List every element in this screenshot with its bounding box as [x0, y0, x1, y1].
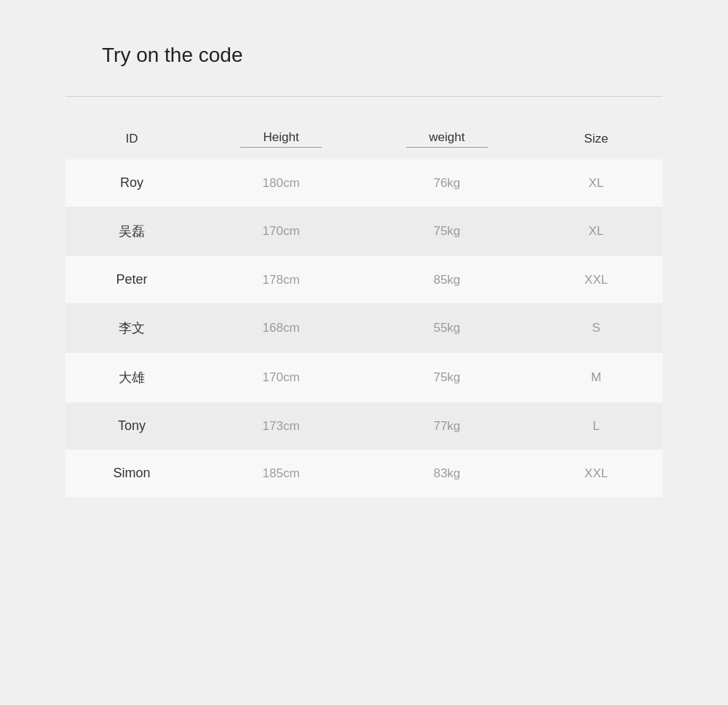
column-header-height: Height	[198, 119, 364, 159]
cell-weight: 85kg	[364, 256, 530, 303]
data-table-container: ID Height weight Size Roy180cm76kgXL吴磊17…	[66, 119, 662, 497]
cell-weight: 77kg	[364, 402, 530, 450]
table-row: Simon185cm83kgXXL	[66, 450, 662, 497]
cell-weight: 83kg	[364, 450, 530, 497]
cell-size: XL	[530, 207, 662, 256]
data-table: ID Height weight Size Roy180cm76kgXL吴磊17…	[66, 119, 662, 497]
cell-weight: 75kg	[364, 353, 530, 402]
table-row: 吴磊170cm75kgXL	[66, 207, 662, 256]
cell-height: 178cm	[198, 256, 364, 303]
table-row: 李文168cm55kgS	[66, 303, 662, 353]
cell-id: 大雄	[66, 353, 198, 402]
cell-height: 170cm	[198, 353, 364, 402]
cell-id: 李文	[66, 303, 198, 353]
cell-height: 173cm	[198, 402, 364, 450]
table-row: 大雄170cm75kgM	[66, 353, 662, 402]
cell-id: Roy	[66, 159, 198, 207]
cell-id: Peter	[66, 256, 198, 303]
column-header-id: ID	[66, 119, 198, 159]
cell-id: Tony	[66, 402, 198, 450]
cell-size: XXL	[530, 450, 662, 497]
page-title: Try on the code	[102, 44, 243, 67]
table-header-row: ID Height weight Size	[66, 119, 662, 159]
cell-weight: 75kg	[364, 207, 530, 256]
cell-height: 185cm	[198, 450, 364, 497]
table-row: Tony173cm77kgL	[66, 402, 662, 450]
cell-id: 吴磊	[66, 207, 198, 256]
cell-size: M	[530, 353, 662, 402]
section-divider	[66, 96, 662, 97]
cell-height: 180cm	[198, 159, 364, 207]
cell-id: Simon	[66, 450, 198, 497]
cell-height: 168cm	[198, 303, 364, 353]
column-header-weight: weight	[364, 119, 530, 159]
cell-height: 170cm	[198, 207, 364, 256]
cell-weight: 55kg	[364, 303, 530, 353]
cell-size: L	[530, 402, 662, 450]
cell-weight: 76kg	[364, 159, 530, 207]
column-header-size: Size	[530, 119, 662, 159]
cell-size: XXL	[530, 256, 662, 303]
cell-size: S	[530, 303, 662, 353]
table-row: Roy180cm76kgXL	[66, 159, 662, 207]
cell-size: XL	[530, 159, 662, 207]
table-row: Peter178cm85kgXXL	[66, 256, 662, 303]
